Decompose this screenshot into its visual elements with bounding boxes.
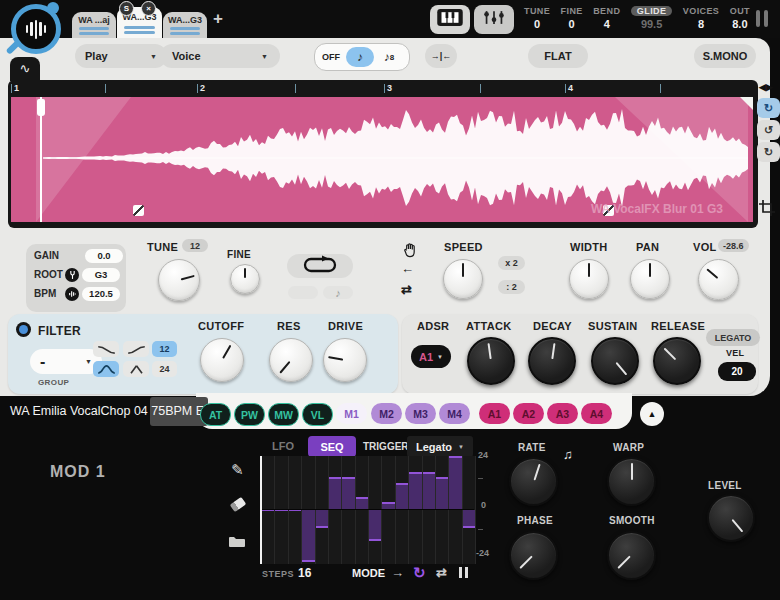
macro-m4[interactable]: M4 bbox=[439, 403, 470, 424]
filter-group-dropdown[interactable]: - ▼ bbox=[30, 349, 102, 374]
speed-div2-button[interactable]: : 2 bbox=[498, 280, 525, 294]
seq-step-13[interactable] bbox=[423, 456, 436, 564]
seq-step-7[interactable] bbox=[342, 456, 355, 564]
smooth-knob[interactable] bbox=[607, 531, 656, 580]
filter-type-bandpass-active[interactable] bbox=[93, 361, 119, 377]
loop-xfade-button-2[interactable]: ↺ bbox=[757, 120, 780, 140]
waveform-view-tab[interactable]: ∿ bbox=[10, 57, 40, 81]
macro-m1-active[interactable]: M1 bbox=[336, 403, 367, 424]
param-glide[interactable]: GLIDE 99.5 bbox=[631, 6, 673, 30]
mod-source-pw[interactable]: PW bbox=[234, 403, 265, 426]
seq-step-4[interactable] bbox=[302, 456, 315, 564]
seq-step-16[interactable] bbox=[463, 456, 476, 564]
param-tune[interactable]: TUNE 0 bbox=[524, 6, 550, 30]
seq-step-3[interactable] bbox=[289, 456, 302, 564]
tune-badge[interactable]: 12 bbox=[182, 239, 208, 252]
loop-mode-button[interactable] bbox=[287, 254, 353, 278]
level-knob[interactable] bbox=[707, 494, 755, 542]
param-bend[interactable]: BEND 4 bbox=[593, 6, 620, 30]
attack-knob[interactable] bbox=[467, 337, 515, 385]
decay-knob[interactable] bbox=[528, 337, 576, 385]
expand-horizontal-icon[interactable]: ◀▶ bbox=[759, 82, 773, 92]
mode-pause-icon[interactable] bbox=[459, 567, 468, 578]
pencil-tool-icon[interactable]: ✎ bbox=[231, 461, 244, 479]
param-voices[interactable]: VOICES 8 bbox=[683, 6, 719, 30]
release-knob[interactable] bbox=[653, 337, 701, 385]
macro-m3[interactable]: M3 bbox=[405, 403, 436, 424]
seq-step-15[interactable] bbox=[449, 456, 462, 564]
adsr-slot-dropdown[interactable]: A1 ▼ bbox=[411, 345, 451, 368]
smono-button[interactable]: S.MONO bbox=[694, 44, 756, 68]
root-note-value[interactable]: G3 bbox=[82, 268, 120, 282]
rate-sync-note-icon[interactable]: ♫ bbox=[563, 447, 573, 462]
warp-knob[interactable] bbox=[607, 457, 656, 506]
tab-lfo[interactable]: LFO bbox=[272, 440, 294, 452]
arrow-left-icon[interactable]: ← bbox=[401, 261, 414, 276]
filter-type-lowpass[interactable] bbox=[93, 341, 119, 357]
mod-source-mw[interactable]: MW bbox=[268, 403, 299, 426]
rate-knob[interactable] bbox=[509, 457, 558, 506]
snap-button[interactable]: →|← bbox=[425, 44, 457, 68]
mode-loop-icon-active[interactable]: ↻ bbox=[413, 564, 426, 582]
tab-mixer[interactable] bbox=[474, 5, 514, 34]
flat-button[interactable]: FLAT bbox=[528, 44, 588, 68]
app-logo[interactable] bbox=[9, 2, 61, 54]
filter-enable-toggle[interactable] bbox=[16, 322, 31, 337]
seq-step-2[interactable] bbox=[275, 456, 288, 564]
assign-a4[interactable]: A4 bbox=[581, 403, 612, 424]
macro-m2[interactable]: M2 bbox=[371, 403, 402, 424]
seq-step-12[interactable] bbox=[409, 456, 422, 564]
drive-knob[interactable] bbox=[323, 338, 367, 382]
sync-off-button[interactable]: OFF bbox=[316, 47, 346, 67]
assign-a1[interactable]: A1 bbox=[479, 403, 510, 424]
fine-knob[interactable] bbox=[230, 264, 260, 294]
speed-x2-button[interactable]: x 2 bbox=[498, 256, 525, 270]
filter-slope-24[interactable]: 24 bbox=[152, 361, 177, 377]
hand-drag-icon[interactable] bbox=[402, 242, 417, 262]
sync-note-button[interactable]: ♪ bbox=[346, 47, 374, 67]
pan-knob[interactable] bbox=[630, 259, 670, 299]
sustain-knob[interactable] bbox=[591, 337, 639, 385]
trigger-dropdown[interactable]: Legato ▼ bbox=[407, 436, 473, 457]
seq-step-9[interactable] bbox=[369, 456, 382, 564]
loop-xfade-button-3[interactable]: ↻ bbox=[757, 142, 780, 162]
tab-seq-active[interactable]: SEQ bbox=[308, 436, 356, 457]
steps-value[interactable]: 16 bbox=[298, 566, 311, 580]
param-fine[interactable]: FINE 0 bbox=[561, 6, 583, 30]
loop-xfade-button-1[interactable]: ↻ bbox=[757, 98, 780, 118]
vol-knob[interactable] bbox=[698, 259, 739, 300]
assign-a2[interactable]: A2 bbox=[513, 403, 544, 424]
tab-solo-badge[interactable]: S bbox=[119, 1, 134, 16]
tab-close-badge[interactable]: × bbox=[141, 1, 156, 16]
assign-a3[interactable]: A3 bbox=[547, 403, 578, 424]
filter-slope-12[interactable]: 12 bbox=[152, 341, 177, 357]
loop-note-button[interactable]: ♪ bbox=[323, 286, 353, 299]
sync-note8-button[interactable]: ♪8 bbox=[374, 47, 404, 67]
vol-badge[interactable]: -28.6 bbox=[718, 239, 749, 252]
gain-value[interactable]: 0.0 bbox=[85, 249, 123, 263]
tune-knob[interactable] bbox=[158, 259, 200, 301]
legato-button[interactable]: LEGATO bbox=[706, 329, 760, 346]
filter-type-notch[interactable] bbox=[123, 361, 149, 377]
seq-step-14[interactable] bbox=[436, 456, 449, 564]
speed-knob[interactable] bbox=[443, 259, 483, 299]
width-knob[interactable] bbox=[569, 259, 609, 299]
tab-keyboard[interactable] bbox=[430, 5, 470, 34]
resize-handle-icon[interactable] bbox=[756, 10, 768, 27]
add-tab-button[interactable]: + bbox=[213, 9, 223, 29]
waveform-display[interactable]: WA VocalFX Blur 01 G3 bbox=[11, 97, 753, 222]
loop-sub-button-1[interactable] bbox=[288, 286, 318, 299]
preset-tab-3[interactable]: WA...G3 bbox=[163, 12, 207, 38]
mode-pingpong-icon[interactable]: ⇄ bbox=[436, 565, 447, 580]
preset-tab-1[interactable]: WA ...aj bbox=[72, 12, 116, 38]
seq-step-1[interactable] bbox=[262, 456, 275, 564]
folder-tool-icon[interactable] bbox=[228, 534, 246, 552]
seq-step-11[interactable] bbox=[396, 456, 409, 564]
step-sequencer-grid[interactable] bbox=[260, 456, 476, 564]
seq-step-6[interactable] bbox=[329, 456, 342, 564]
preset-name[interactable]: WA Emilia VocalChop 04 75BPM Ebmaj bbox=[10, 404, 231, 418]
crop-icon[interactable] bbox=[759, 200, 775, 220]
filter-type-highpass[interactable] bbox=[123, 341, 149, 357]
playhead-marker[interactable] bbox=[37, 99, 45, 116]
phase-knob[interactable] bbox=[509, 531, 558, 580]
